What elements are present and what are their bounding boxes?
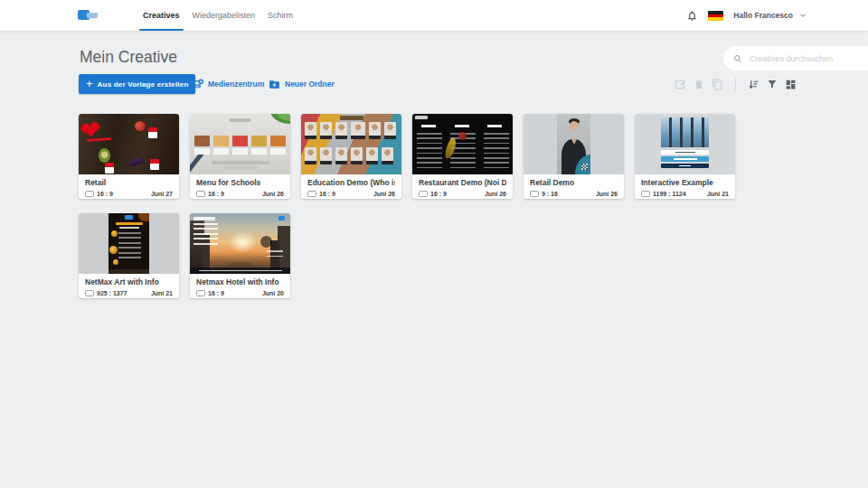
thumbnail-art (305, 122, 316, 139)
thumbnail-art (108, 269, 149, 274)
thumbnail-art (674, 158, 697, 160)
screen-ratio-icon (530, 191, 539, 197)
creative-date: Juni 26 (485, 191, 506, 197)
thumbnail-art (109, 246, 118, 254)
create-from-template-button[interactable]: + Aus der Vorlage erstellen (79, 74, 195, 94)
creative-date: Juni 21 (707, 191, 729, 197)
toolbar-divider (735, 78, 736, 91)
creative-ratio: 925 : 1377 (97, 290, 127, 296)
tab-wiedergabelisten[interactable]: Wiedergabelisten (188, 0, 260, 31)
list-toolbar (675, 77, 797, 91)
thumbnail-art (230, 118, 250, 122)
thumbnail-art (212, 161, 269, 164)
thumbnail-art (213, 136, 229, 146)
thumbnail-art (384, 122, 396, 139)
creative-thumbnail (190, 114, 290, 174)
edit-icon[interactable] (675, 79, 686, 90)
creative-ratio: 16 : 9 (430, 191, 447, 197)
creative-title: Retail (85, 178, 173, 187)
duplicate-icon[interactable] (712, 79, 723, 90)
screen-ratio-icon (85, 290, 94, 296)
thumbnail-art (369, 122, 381, 139)
thumbnail-art (99, 148, 110, 163)
creative-title: Education Demo (Who is th... (307, 178, 395, 187)
creative-date: Juni 26 (596, 191, 618, 197)
delete-icon[interactable] (693, 79, 704, 90)
thumbnail-art (455, 125, 469, 127)
thumbnail-art (382, 147, 393, 164)
creative-title: NetMax Art with Info (85, 277, 173, 286)
creative-title: Interactive Example (641, 178, 729, 187)
creative-card-netmax-art[interactable]: NetMax Art with Info 925 : 1377 Juni 21 (79, 213, 179, 298)
creative-card-retail-demo[interactable]: Retail Demo 9 : 16 Juni 26 (524, 114, 624, 199)
notification-bell-icon[interactable] (686, 10, 698, 22)
creative-card-netmax-hotel[interactable]: Netmax Hotel with Info 16 : 9 Juni 20 (190, 213, 290, 298)
creative-thumbnail (524, 114, 624, 174)
chevron-down-icon[interactable] (799, 12, 807, 19)
thumbnail-art (232, 136, 248, 146)
creative-card-restaurant-demo[interactable]: Restaurant Demo (Noi Due) 16 : 9 Juni 26 (412, 114, 513, 199)
thumbnail-art (661, 117, 709, 147)
creative-date: Juni 20 (262, 290, 284, 296)
creative-card-retail[interactable]: ❤ Retail 16 : 9 Juni 27 (79, 114, 179, 199)
creative-date: Juni 21 (151, 290, 173, 296)
thumbnail-art (111, 230, 118, 237)
thumbnail-art (199, 270, 282, 272)
sort-icon[interactable] (748, 79, 760, 90)
thumbnail-art (661, 164, 709, 168)
thumbnail-art (675, 152, 695, 154)
grid-view-icon[interactable] (785, 79, 797, 90)
creative-card-menu-for-schools[interactable]: Menu for Schools 16 : 9 Juni 26 (190, 114, 290, 199)
thumbnail-art (267, 250, 283, 259)
creative-thumbnail (79, 213, 179, 274)
creatives-grid: ❤ Retail 16 : 9 Juni 27 (79, 114, 737, 298)
thumbnail-art (487, 125, 502, 127)
thumbnail-art (150, 159, 159, 170)
creative-ratio: 9 : 16 (542, 191, 558, 197)
plus-icon: + (86, 78, 93, 89)
thumbnail-art (335, 122, 347, 139)
thumbnail-art (194, 136, 210, 146)
thumbnail-art (351, 122, 365, 139)
thumbnail-art (125, 215, 133, 220)
search-bar[interactable] (723, 46, 868, 70)
user-greeting[interactable]: Hallo Francesco (733, 11, 793, 20)
thumbnail-art (116, 222, 143, 225)
thumbnail-art (340, 116, 363, 120)
creative-thumbnail (412, 114, 513, 174)
thumbnail-art (228, 231, 257, 253)
new-folder-button[interactable]: Neuer Ordner (269, 77, 335, 91)
thumbnail-art (270, 136, 286, 146)
thumbnail-art (190, 267, 290, 274)
appbar-right: Hallo Francesco (686, 0, 807, 31)
thumbnail-art (193, 217, 215, 221)
thumbnail-art (458, 132, 467, 140)
thumbnail-art (581, 164, 588, 170)
thumbnail-art (305, 147, 316, 164)
creative-thumbnail (190, 213, 290, 274)
screen-ratio-icon (641, 191, 650, 197)
screen-ratio-icon (196, 290, 205, 296)
thumbnail-art (484, 133, 509, 169)
creative-ratio: 16 : 9 (319, 191, 335, 197)
main-nav: Creatives Wiedergabelisten Schirm (138, 0, 297, 31)
thumbnail-art (421, 125, 436, 127)
tab-schirm[interactable]: Schirm (263, 0, 297, 31)
thumbnail-art (260, 236, 272, 248)
language-flag-german-icon[interactable] (708, 11, 723, 21)
creative-ratio: 16 : 9 (208, 191, 224, 197)
logo-shape (87, 13, 98, 18)
thumbnail-art (415, 116, 428, 119)
app-logo-icon[interactable] (78, 9, 99, 22)
thumbnail-art (222, 166, 259, 169)
thumbnail-art (679, 165, 691, 167)
filter-icon[interactable] (767, 79, 778, 89)
creative-title: Menu for Schools (196, 178, 284, 187)
search-input[interactable] (748, 53, 868, 64)
tab-creatives[interactable]: Creatives (138, 0, 184, 31)
thumbnail-art (661, 156, 709, 162)
creative-card-education-demo[interactable]: Education Demo (Who is th... 16 : 9 Juni… (301, 114, 401, 199)
creative-card-interactive-example[interactable]: Interactive Example 1199 : 1124 Juni 21 (635, 114, 735, 199)
creative-thumbnail: ❤ (79, 114, 179, 174)
media-center-button[interactable]: Medienzentrum (192, 77, 264, 91)
